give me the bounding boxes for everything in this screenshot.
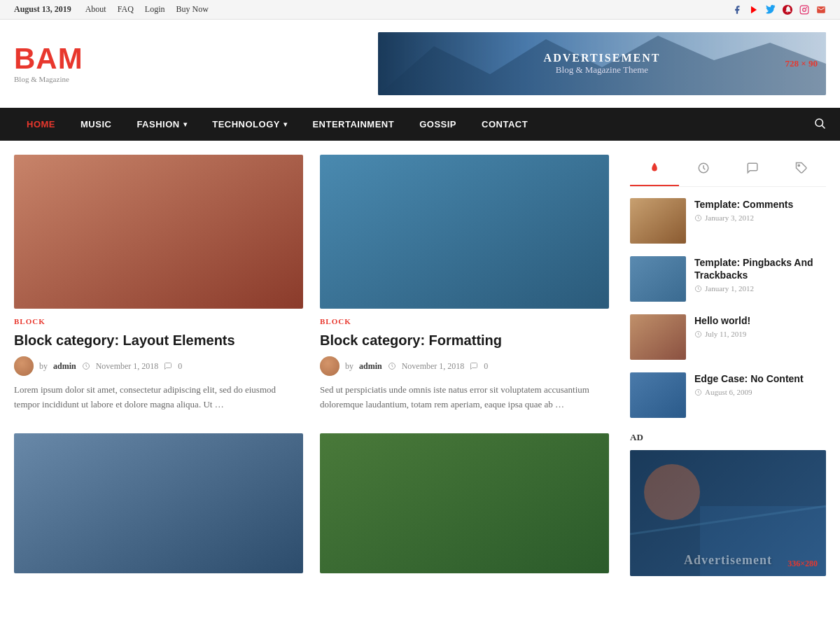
svg-line-6 (822, 125, 825, 128)
sidebar-ad-label: AD (630, 432, 826, 443)
nav-item-fashion[interactable]: FASHION▾ (124, 108, 200, 141)
article-meta: by admin November 1, 2018 0 (14, 356, 303, 376)
social-icon-2[interactable] (766, 5, 776, 15)
svg-point-5 (816, 119, 823, 127)
sidebar-post-content: Hello world! July 11, 2019 (694, 314, 826, 338)
topbar-link-login[interactable]: Login (145, 4, 165, 15)
tab-tags[interactable] (777, 155, 826, 186)
meta-date: November 1, 2018 (402, 361, 465, 372)
sidebar-posts: Template: Comments January 3, 2012Templa… (630, 198, 826, 418)
social-icon-3[interactable] (783, 5, 792, 15)
main-content: BLOCKBlock category: Layout Elements by … (0, 141, 840, 590)
meta-comments: 0 (178, 361, 182, 372)
header-ad-banner[interactable]: ADVERTISEMENT Blog & Magazine Theme 728 … (378, 32, 826, 95)
clock-icon (694, 330, 702, 338)
site-header: BAM Blog & Magazine ADVERTISEMENT Blog &… (0, 20, 840, 108)
sidebar-post: Template: Comments January 3, 2012 (630, 198, 826, 244)
clock-icon (82, 362, 90, 370)
social-icon-1[interactable] (749, 5, 759, 15)
sidebar-post-image (630, 372, 686, 418)
nav-item-music[interactable]: MUSIC (68, 108, 124, 141)
top-bar: August 13, 2019 AboutFAQLoginBuy Now (0, 0, 840, 20)
chevron-down-icon: ▾ (284, 120, 288, 128)
bottom-article-card (14, 433, 303, 573)
sidebar-post-title[interactable]: Hello world! (694, 314, 826, 327)
tab-comments[interactable] (728, 155, 777, 186)
top-bar-date: August 13, 2019 (14, 4, 71, 15)
nav-item-contact[interactable]: CONTACT (469, 108, 540, 141)
sidebar-post-title[interactable]: Edge Case: No Content (694, 372, 826, 385)
sidebar-tabs (630, 155, 826, 187)
ad-banner-content: ADVERTISEMENT Blog & Magazine Theme (544, 52, 661, 76)
comment-icon (470, 362, 478, 370)
svg-rect-1 (800, 6, 808, 14)
meta-author[interactable]: admin (359, 361, 382, 372)
sidebar-ad-size: 336×280 (788, 559, 818, 569)
article-image (14, 155, 303, 309)
article-meta: by admin November 1, 2018 0 (320, 356, 609, 376)
ad-banner-subtitle: Blog & Magazine Theme (544, 64, 661, 76)
bottom-article-card (320, 433, 609, 573)
sidebar-post-image (630, 314, 686, 360)
nav-item-entertainment[interactable]: ENTERTAINMENT (300, 108, 407, 141)
sidebar-post: Edge Case: No Content August 6, 2009 (630, 372, 826, 418)
sidebar-post-content: Template: Pingbacks And Trackbacks Janua… (694, 256, 826, 293)
clock-icon (694, 214, 702, 222)
social-icon-4[interactable] (799, 5, 809, 15)
avatar (320, 356, 340, 376)
top-bar-left: August 13, 2019 AboutFAQLoginBuy Now (14, 4, 209, 15)
nav-item-technology[interactable]: TECHNOLOGY▾ (200, 108, 300, 141)
logo-area[interactable]: BAM Blog & Magazine (14, 44, 83, 83)
article-category[interactable]: BLOCK (320, 317, 609, 326)
svg-rect-7 (14, 155, 303, 309)
article-card: BLOCKBlock category: Layout Elements by … (14, 155, 303, 412)
tab-popular[interactable] (630, 155, 679, 186)
meta-by: by (345, 361, 354, 372)
nav-item-gossip[interactable]: GOSSIP (407, 108, 469, 141)
sidebar-post-content: Edge Case: No Content August 6, 2009 (694, 372, 826, 396)
article-title[interactable]: Block category: Layout Elements (14, 331, 303, 349)
ad-banner-size: 728 × 90 (785, 58, 818, 69)
svg-point-14 (798, 164, 799, 166)
article-title[interactable]: Block category: Formatting (320, 331, 609, 349)
svg-marker-0 (751, 6, 757, 13)
sidebar-post-image (630, 256, 686, 302)
tab-recent[interactable] (679, 155, 728, 186)
sidebar-post: Hello world! July 11, 2019 (630, 314, 826, 360)
article-image (14, 433, 303, 573)
articles-grid: BLOCKBlock category: Layout Elements by … (14, 155, 609, 412)
meta-by: by (39, 361, 48, 372)
sidebar-post-date: January 1, 2012 (694, 284, 826, 293)
sidebar-post-title[interactable]: Template: Pingbacks And Trackbacks (694, 256, 826, 281)
article-excerpt: Lorem ipsum dolor sit amet, consectetur … (14, 383, 303, 412)
topbar-link-faq[interactable]: FAQ (118, 4, 134, 15)
article-image (320, 433, 609, 573)
svg-point-24 (644, 464, 700, 520)
logo-subtitle: Blog & Magazine (14, 75, 83, 83)
svg-rect-17 (630, 256, 686, 302)
article-excerpt: Sed ut perspiciatis unde omnis iste natu… (320, 383, 609, 412)
nav-item-home[interactable]: HOME (14, 108, 68, 141)
sidebar-post-title[interactable]: Template: Comments (694, 198, 826, 211)
ad-banner-title: ADVERTISEMENT (544, 52, 661, 64)
social-icon-5[interactable] (816, 5, 826, 15)
sidebar-post-date: August 6, 2009 (694, 388, 826, 396)
top-bar-links: AboutFAQLoginBuy Now (85, 4, 209, 15)
bottom-articles (14, 433, 609, 573)
social-icon-0[interactable] (732, 5, 742, 15)
sidebar-post-image (630, 198, 686, 244)
sidebar-post-content: Template: Comments January 3, 2012 (694, 198, 826, 222)
svg-rect-19 (630, 314, 686, 360)
clock-icon (694, 388, 702, 396)
main-nav: HOMEMUSICFASHION▾TECHNOLOGY▾ENTERTAINMEN… (0, 108, 840, 141)
meta-author[interactable]: admin (53, 361, 76, 372)
svg-point-2 (803, 8, 806, 11)
topbar-link-buy-now[interactable]: Buy Now (176, 4, 208, 15)
chevron-down-icon: ▾ (183, 120, 188, 128)
article-category[interactable]: BLOCK (14, 317, 303, 326)
avatar (14, 356, 34, 376)
search-button[interactable] (813, 117, 826, 132)
sidebar-ad-box[interactable]: Advertisement 336×280 (630, 450, 826, 576)
topbar-link-about[interactable]: About (85, 4, 106, 15)
svg-rect-15 (630, 198, 686, 244)
